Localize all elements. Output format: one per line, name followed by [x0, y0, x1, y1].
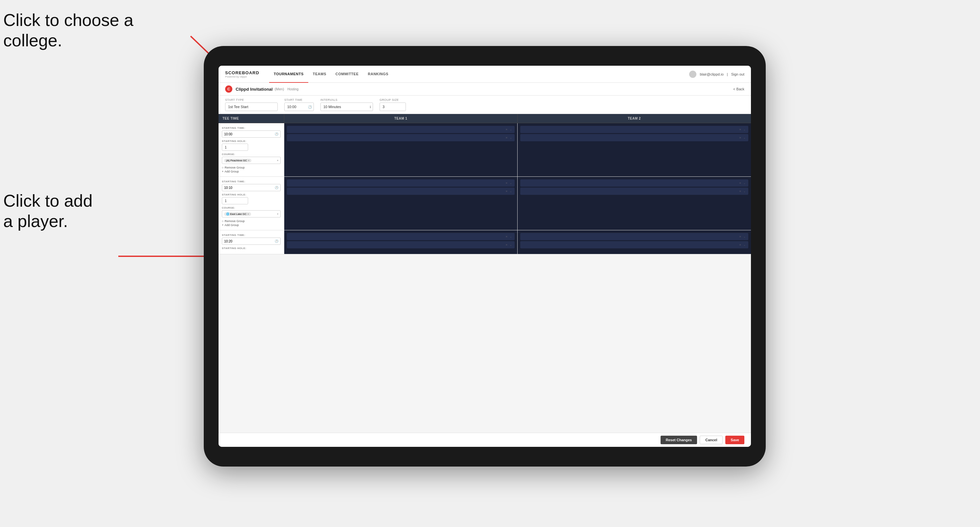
starting-hole-label-3: STARTING HOLE:: [222, 247, 281, 250]
reset-changes-button[interactable]: Reset Changes: [660, 436, 697, 444]
nav-teams[interactable]: TEAMS: [308, 66, 331, 83]
nav-committee[interactable]: COMMITTEE: [331, 66, 363, 83]
navbar: SCOREBOARD Powered by clippd TOURNAMENTS…: [218, 66, 751, 83]
add-group-2[interactable]: + Add Group: [222, 224, 281, 227]
tee-time-row-3: STARTING TIME: 10:20 🕐 STARTING HOLE: ✕ …: [218, 230, 751, 254]
player-slot-2-2[interactable]: ✕ ⌄: [520, 134, 748, 141]
remove-group-2[interactable]: ○ Remove Group: [222, 219, 281, 223]
starting-time-input-2[interactable]: 10:10 🕐: [222, 184, 281, 191]
clock-icon-3: 🕐: [275, 240, 278, 243]
starting-hole-label-1: STARTING HOLE:: [222, 140, 281, 143]
col-tee-time: Tee Time: [218, 114, 284, 123]
brand-logo: C: [225, 86, 232, 93]
tournament-title: Clippd Invitational: [235, 87, 273, 92]
starting-hole-wrapper-1: 1: [222, 144, 281, 151]
start-time-input-wrapper: 🕐: [284, 103, 314, 111]
form-controls: Start Type 1st Tee Start Start Time 🕐 In…: [218, 95, 751, 114]
player-slot-4-1[interactable]: ✕ ⌄: [520, 179, 748, 187]
start-type-select[interactable]: 1st Tee Start: [225, 103, 278, 111]
team2-cell-1: ✕ ⌄ ✕ ⌄: [518, 123, 751, 176]
col-team2: Team 2: [518, 114, 751, 123]
group-size-input-wrapper: 3: [380, 103, 406, 111]
tee-time-row-2: STARTING TIME: 10:10 🕐 STARTING HOLE: 1 …: [218, 177, 751, 230]
player-slot-1-2[interactable]: ✕ ⌄: [287, 134, 515, 141]
starting-hole-wrapper-2: 1: [222, 197, 281, 204]
team1-cell-2: ✕ ⌄ ✕ ⌄: [284, 177, 518, 230]
course-remove-2[interactable]: ×: [247, 213, 249, 216]
team2-inner-2: ✕ ⌄ ✕ ⌄: [520, 179, 748, 195]
tee-time-row: STARTING TIME: 10:00 🕐 STARTING HOLE: 1 …: [218, 123, 751, 177]
sign-out-link[interactable]: Sign out: [731, 72, 745, 76]
nav-tournaments[interactable]: TOURNAMENTS: [269, 66, 308, 83]
starting-hole-select-2[interactable]: 1: [222, 197, 248, 204]
course-tag-2: 🌐 East Lake GC ×: [224, 212, 251, 216]
player-slot-3-1[interactable]: ✕ ⌄: [287, 179, 515, 187]
nav-right: blair@clippd.io | Sign out: [689, 71, 745, 78]
course-chevron-1: ▾: [277, 159, 278, 162]
start-type-group: Start Type 1st Tee Start: [225, 98, 278, 111]
page-header: C Clippd Invitational (Men) Hosting < Ba…: [218, 83, 751, 95]
user-email: blair@clippd.io: [700, 72, 723, 76]
player-slot-6-1[interactable]: ✕ ⌄: [520, 233, 748, 240]
save-button[interactable]: Save: [725, 436, 745, 444]
back-button[interactable]: < Back: [733, 87, 745, 91]
team1-cell-1: ✕ ⌄ ✕ ⌄: [284, 123, 518, 176]
tee-left-2: STARTING TIME: 10:10 🕐 STARTING HOLE: 1 …: [218, 177, 284, 230]
player-slot-1-1[interactable]: ✕ ⌄: [287, 126, 515, 133]
nav-links: TOURNAMENTS TEAMS COMMITTEE RANKINGS: [269, 66, 689, 83]
logo-area: SCOREBOARD Powered by clippd: [225, 70, 259, 78]
starting-time-label-2: STARTING TIME:: [222, 180, 281, 183]
player-slot-5-2[interactable]: ✕ ⌄: [287, 241, 515, 248]
group-size-select[interactable]: 3: [380, 103, 406, 111]
remove-group-1[interactable]: ○ Remove Group: [222, 166, 281, 169]
starting-time-label-1: STARTING TIME:: [222, 127, 281, 129]
starting-time-input-3[interactable]: 10:20 🕐: [222, 238, 281, 245]
footer-bar: Reset Changes Cancel Save: [218, 433, 751, 447]
cancel-button[interactable]: Cancel: [700, 436, 723, 444]
tee-left-3: STARTING TIME: 10:20 🕐 STARTING HOLE:: [218, 230, 284, 254]
course-row-2[interactable]: 🌐 East Lake GC × ▾: [222, 210, 281, 217]
add-group-1[interactable]: + Add Group: [222, 170, 281, 173]
group-size-label: Group Size: [380, 98, 406, 102]
starting-time-label-3: STARTING TIME:: [222, 233, 281, 237]
team2-inner-3: ✕ ⌄ ✕ ⌄: [520, 233, 748, 248]
player-slot-4-2[interactable]: ✕ ⌄: [520, 187, 748, 195]
intervals-input-wrapper: 10 Minutes ℹ: [320, 103, 373, 111]
team1-cell-3: ✕ ⌄ ✕ ⌄: [284, 230, 518, 254]
tablet-screen: SCOREBOARD Powered by clippd TOURNAMENTS…: [218, 66, 751, 447]
col-team1: Team 1: [284, 114, 518, 123]
team1-inner-1: ✕ ⌄ ✕ ⌄: [287, 126, 515, 141]
tablet-frame: SCOREBOARD Powered by clippd TOURNAMENTS…: [204, 46, 766, 467]
intervals-select[interactable]: 10 Minutes: [320, 103, 373, 111]
starting-hole-label-2: STARTING HOLE:: [222, 193, 281, 196]
nav-rankings[interactable]: RANKINGS: [363, 66, 393, 83]
course-label-2: COURSE:: [222, 206, 281, 209]
player-slot-3-2[interactable]: ✕ ⌄: [287, 187, 515, 195]
main-content: STARTING TIME: 10:00 🕐 STARTING HOLE: 1 …: [218, 123, 751, 433]
tee-left-1: STARTING TIME: 10:00 🕐 STARTING HOLE: 1 …: [218, 123, 284, 176]
starting-time-input-1[interactable]: 10:00 🕐: [222, 130, 281, 138]
start-time-label: Start Time: [284, 98, 314, 102]
logo-sub: Powered by clippd: [225, 75, 259, 78]
starting-hole-select-1[interactable]: 1: [222, 144, 248, 151]
start-type-input-wrapper: 1st Tee Start: [225, 103, 278, 111]
hosting-badge: Hosting: [287, 87, 298, 91]
team1-inner-3: ✕ ⌄ ✕ ⌄: [287, 233, 515, 248]
action-links-1: ○ Remove Group + Add Group: [222, 166, 281, 173]
info-icon: ℹ: [370, 105, 371, 109]
course-remove-1[interactable]: ×: [248, 159, 250, 162]
intervals-group: Intervals 10 Minutes ℹ: [320, 98, 373, 111]
team2-inner-1: ✕ ⌄ ✕ ⌄: [520, 126, 748, 141]
logo-text: SCOREBOARD: [225, 70, 259, 75]
player-slot-6-2[interactable]: ✕ ⌄: [520, 241, 748, 248]
player-slot-5-1[interactable]: ✕ ⌄: [287, 233, 515, 240]
player-slot-2-1[interactable]: ✕ ⌄: [520, 126, 748, 133]
course-chevron-2: ▾: [277, 213, 278, 216]
team1-inner-2: ✕ ⌄ ✕ ⌄: [287, 179, 515, 195]
table-header: Tee Time Team 1 Team 2: [218, 114, 751, 123]
course-row-1[interactable]: (A) Peachtree GC × ▾: [222, 157, 281, 164]
intervals-label: Intervals: [320, 98, 373, 102]
group-size-group: Group Size 3: [380, 98, 406, 111]
course-tag-1: (A) Peachtree GC ×: [224, 159, 251, 162]
course-label-1: COURSE:: [222, 153, 281, 156]
